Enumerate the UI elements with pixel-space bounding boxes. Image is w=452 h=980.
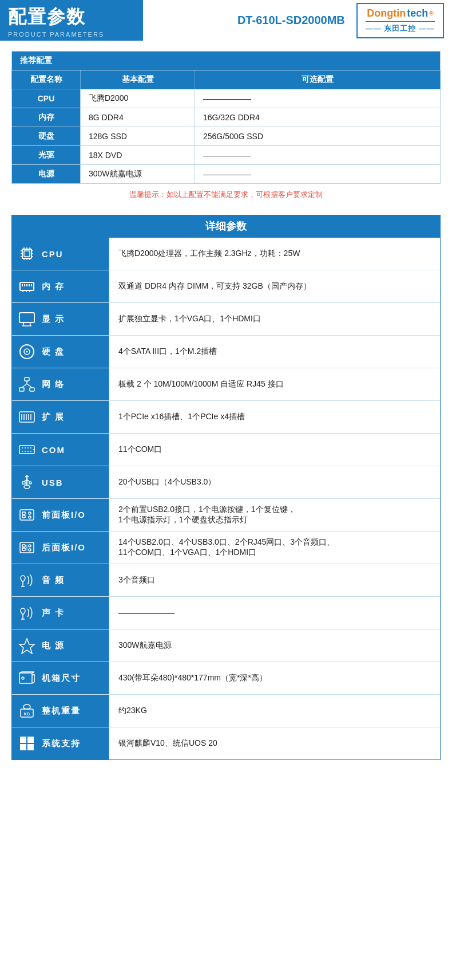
recommended-section: 推荐配置 配置名称 基本配置 可选配置 CPU 飞腾D2000 —————— 内… [11,51,441,203]
logo-chinese-text: —— 东田工控 —— [366,21,435,34]
label-text-network: 网 络 [42,379,65,390]
svg-rect-82 [27,737,34,743]
row-basic: 128G SSD [81,127,195,146]
table-row: 硬盘 128G SSD 256G/500G SSD [12,127,441,146]
row-optional: —————— [195,89,441,108]
detail-label-weight: KG 整机重量 [12,695,109,727]
row-optional: 16G/32G DDR4 [195,108,441,127]
chassis-icon [17,668,37,688]
label-text-rear-io: 后面板I/O [42,542,86,553]
row-basic: 8G DDR4 [81,108,195,127]
svg-point-51 [33,449,34,450]
svg-rect-16 [24,284,25,286]
detail-label-cpu: CPU [12,238,109,270]
svg-point-47 [22,451,23,452]
svg-point-61 [29,512,31,514]
cpu-icon [17,243,37,264]
svg-point-62 [29,516,31,518]
sub-title: PRODUCT PARAMETERS [8,31,133,38]
svg-point-48 [25,451,26,452]
detail-label-rear-io: 后面板I/O [12,532,109,564]
detail-label-power: 电 源 [12,629,109,662]
detail-value-os: 银河麒麟V10、统信UOS 20 [109,727,440,759]
detail-row-expansion: 扩 展 1个PCIe x16插槽、1个PCIe x4插槽 [12,401,440,434]
detail-label-os: 系统支持 [12,727,109,759]
label-text-com: COM [42,445,65,455]
svg-point-45 [27,447,29,448]
svg-rect-59 [22,512,25,514]
label-text-weight: 整机重量 [42,706,81,717]
detail-label-soundcard: 声 卡 [12,597,109,629]
svg-point-57 [24,485,30,489]
detail-value-com: 11个COM口 [109,434,440,466]
row-optional: 256G/500G SSD [195,127,441,146]
detail-value-cpu: 飞腾D2000处理器，工作主频 2.3GHz，功耗：25W [109,238,440,270]
soundcard-icon [17,603,37,623]
label-text-power: 电 源 [42,640,65,651]
svg-rect-65 [22,548,25,550]
detail-row-chassis: 机箱尺寸 430(带耳朵480)*480*177mm（宽*深*高） [12,662,440,695]
detail-label-expansion: 扩 展 [12,401,109,433]
value-line: 11个COM口、1个VGA口、1个HDMI口 [118,548,431,558]
detail-value-expansion: 1个PCIe x16插槽、1个PCIe x4插槽 [109,401,440,433]
svg-point-49 [27,451,29,452]
display-icon [17,309,37,329]
row-basic: 300W航嘉电源 [81,165,195,184]
svg-point-78 [23,705,30,709]
row-optional: —————— [195,165,441,184]
logo-reg: ® [429,10,433,17]
svg-rect-23 [19,313,34,322]
detail-row-os: 系统支持 银河麒麟V10、统信UOS 20 [12,727,440,759]
value-line: 2个前置USB2.0接口，1个电源按键，1个复位键， [118,505,431,515]
detail-row-audio: 音 频 3个音频口 [12,564,440,597]
table-row: 内存 8G DDR4 16G/32G DDR4 [12,108,441,127]
com-icon [17,439,37,460]
svg-marker-69 [19,639,34,654]
detail-title: 详细参数 [11,215,441,238]
svg-rect-30 [25,377,29,381]
rear-io-icon [17,537,37,558]
svg-point-67 [29,549,31,551]
svg-point-50 [30,451,31,452]
label-text-soundcard: 声 卡 [42,608,65,619]
detail-value-front-io: 2个前置USB2.0接口，1个电源按键，1个复位键，1个电源指示灯，1个硬盘状态… [109,499,440,531]
detail-row-display: 显 示 扩展独立显卡，1个VGA口、1个HDMI口 [12,303,440,336]
row-label: 硬盘 [12,127,81,146]
audio-icon [17,570,37,591]
detail-row-network: 网 络 板载 2 个 10M/100M/1000M 自适应 RJ45 接口 [12,368,440,401]
network-icon [17,374,37,395]
detail-value-display: 扩展独立显卡，1个VGA口、1个HDMI口 [109,303,440,335]
svg-line-34 [22,384,27,388]
logo-blue-text: tech [407,7,428,19]
model-number: DT-610L-SD2000MB Dongtin tech ® —— 东田工控 … [143,0,452,41]
detail-row-cpu: CPU 飞腾D2000处理器，工作主频 2.3GHz，功耗：25W [12,238,440,270]
page-header: 配置参数 PRODUCT PARAMETERS DT-610L-SD2000MB… [0,0,452,41]
label-text-chassis: 机箱尺寸 [42,673,81,684]
row-label: 光驱 [12,146,81,165]
svg-rect-17 [26,284,27,286]
row-label: 电源 [12,165,81,184]
main-title: 配置参数 [8,5,133,30]
detail-row-rear-io: 后面板I/O 14个USB2.0口、4个USB3.0口、2个RJ45网口、3个音… [12,532,440,564]
label-text-display: 显 示 [42,314,65,325]
table-row: 电源 300W航嘉电源 —————— [12,165,441,184]
label-text-audio: 音 频 [42,575,65,586]
svg-point-77 [22,677,24,679]
col-header-basic: 基本配置 [81,70,195,89]
svg-point-56 [29,482,31,484]
logo-name: Dongtin tech ® [367,7,433,19]
row-basic: 18X DVD [81,146,195,165]
svg-rect-31 [19,388,24,391]
detail-label-chassis: 机箱尺寸 [12,662,109,694]
table-row: 光驱 18X DVD —————— [12,146,441,165]
svg-rect-55 [22,482,25,484]
svg-rect-58 [20,510,34,520]
svg-rect-15 [22,284,23,286]
detail-value-usb: 20个USB口（4个USB3.0） [109,466,440,498]
row-label: 内存 [12,108,81,127]
usb-icon [17,472,37,493]
svg-rect-42 [19,446,34,454]
detail-label-usb: USB [12,466,109,498]
detail-value-weight: 约23KG [109,695,440,727]
detail-row-usb: USB 20个USB口（4个USB3.0） [12,466,440,499]
